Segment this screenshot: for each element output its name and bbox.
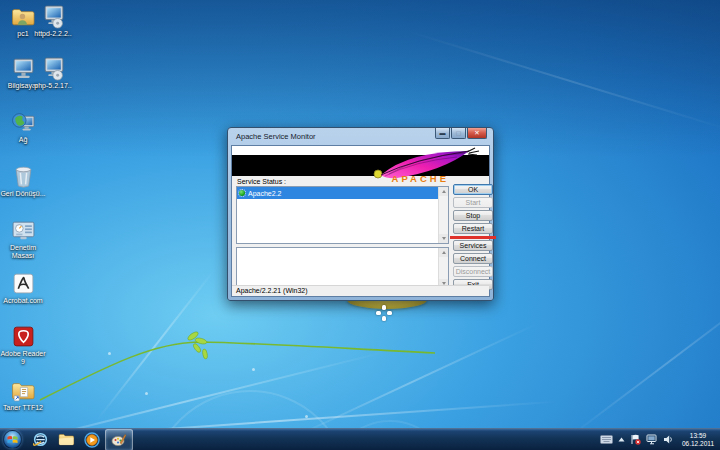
system-tray: 13:59 06.12.2011 (600, 429, 717, 450)
service-running-icon (239, 190, 245, 196)
taskbar-media-player[interactable] (79, 429, 105, 450)
icon-label: Ağ (0, 136, 46, 144)
restart-annotation-underline (450, 236, 496, 239)
icon-label: Geri Dönüşü... (0, 190, 46, 198)
volume-speaker-icon[interactable] (663, 434, 674, 445)
taskbar-paint-active[interactable] (105, 429, 133, 450)
taskbar-clock[interactable]: 13:59 06.12.2011 (679, 432, 717, 448)
stop-button[interactable]: Stop (453, 210, 493, 221)
show-hidden-icons-button[interactable] (618, 437, 625, 442)
services-button[interactable]: Services (453, 240, 493, 251)
desktop-icon-php-installer[interactable]: php-5.2.17.. (30, 55, 76, 90)
restart-button[interactable]: Restart (453, 223, 493, 234)
network-icon (10, 109, 36, 135)
taskbar-internet-explorer[interactable] (27, 429, 53, 450)
start-button[interactable] (3, 430, 22, 449)
desktop-icon-httpd-installer[interactable]: httpd-2.2.2.. (30, 3, 76, 38)
vine-graphic (35, 328, 455, 418)
taskbar-windows-explorer[interactable] (53, 429, 79, 450)
icon-label: Denetim Masası (0, 244, 46, 260)
icon-label: Taner TTF12 (0, 404, 46, 412)
status-bar: Apache/2.2.21 (Win32) (232, 285, 489, 296)
disconnect-button: Disconnect (453, 266, 493, 277)
network-icon[interactable] (646, 434, 658, 445)
service-status-label: Service Status : (237, 178, 286, 185)
desktop-icon-recycle-bin[interactable]: Geri Dönüşü... (0, 163, 46, 198)
status-bar-text: Apache/2.2.21 (Win32) (236, 287, 308, 294)
desktop-icon-taner-folder[interactable]: Taner TTF12 (0, 377, 46, 412)
acrobat-icon (10, 270, 36, 296)
maximize-button: ▢ (451, 128, 466, 139)
start-button: Start (453, 197, 493, 208)
connect-button[interactable]: Connect (453, 253, 493, 264)
window-title: Apache Service Monitor (236, 132, 316, 141)
clock-date: 06.12.2011 (679, 440, 717, 448)
desktop-icon-adobe-reader[interactable]: Adobe Reader 9 (0, 323, 46, 366)
control-panel-icon (10, 217, 36, 243)
folder-icon (58, 432, 75, 447)
service-list[interactable]: Apache2.2 (236, 186, 449, 244)
scroll-down-button[interactable] (439, 234, 448, 243)
internet-explorer-icon (32, 431, 49, 448)
icon-label: httpd-2.2.2.. (30, 30, 76, 38)
scroll-up-button[interactable] (439, 248, 448, 257)
service-name: Apache2.2 (248, 190, 281, 197)
installer-icon (40, 55, 66, 81)
apache-banner: APACHE (232, 155, 489, 176)
minimize-button[interactable]: ▬ (435, 128, 450, 139)
desktop-icon-control-panel[interactable]: Denetim Masası (0, 217, 46, 260)
icon-label: php-5.2.17.. (30, 82, 76, 90)
taskbar: 13:59 06.12.2011 (0, 428, 720, 450)
desktop-icon-network[interactable]: Ağ (0, 109, 46, 144)
paint-icon (111, 432, 127, 448)
window-titlebar[interactable]: Apache Service Monitor ▬ ▢ ✕ (228, 128, 493, 145)
scroll-up-button[interactable] (439, 187, 448, 196)
mouse-cursor-crosshair (376, 305, 392, 321)
icon-label: Adobe Reader 9 (0, 350, 46, 366)
service-list-scrollbar[interactable] (438, 187, 448, 243)
action-center-flag-icon[interactable] (630, 434, 641, 445)
log-scrollbar[interactable] (438, 248, 448, 288)
adobe-reader-icon (10, 323, 36, 349)
ok-button[interactable]: OK (453, 184, 493, 195)
apache-service-monitor-window[interactable]: Apache Service Monitor ▬ ▢ ✕ APACHE Serv… (227, 127, 494, 301)
recycle-bin-icon (10, 163, 36, 189)
close-button[interactable]: ✕ (467, 128, 487, 139)
icon-label: Acrobat.com (0, 297, 46, 305)
service-list-item[interactable]: Apache2.2 (237, 187, 448, 199)
apache-logo-text: APACHE (392, 173, 449, 184)
desktop-icon-acrobat-com[interactable]: Acrobat.com (0, 270, 46, 305)
language-keyboard-icon[interactable] (600, 435, 613, 444)
clock-time: 13:59 (679, 432, 717, 440)
installer-icon (40, 3, 66, 29)
media-player-icon (84, 432, 100, 448)
log-textbox[interactable] (236, 247, 449, 289)
window-body: APACHE Service Status : Apache2.2 OK Sta… (231, 145, 490, 297)
folder-icon (10, 377, 36, 403)
windows-flag-icon (7, 434, 18, 445)
